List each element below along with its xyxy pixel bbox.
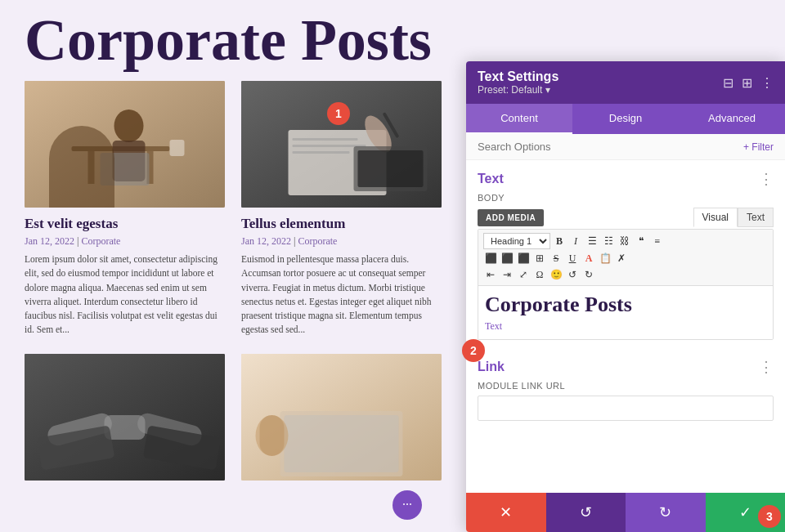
editor-top-row: ADD MEDIA Visual Text xyxy=(478,208,774,227)
post-date-2: Jan 12, 2022 | Corporate xyxy=(241,235,442,248)
paste-icon[interactable]: 📋 xyxy=(598,251,612,266)
ordered-list-icon[interactable]: ☷ xyxy=(601,234,616,248)
cancel-icon: ✕ xyxy=(500,503,512,521)
text-section-menu[interactable]: ⋮ xyxy=(759,170,774,188)
main-content: Corporate Posts xyxy=(0,0,466,532)
table-icon[interactable]: ⊞ xyxy=(532,251,547,266)
svg-rect-8 xyxy=(170,140,185,156)
fullscreen-icon[interactable]: ⤢ xyxy=(516,267,531,282)
post-image-3 xyxy=(25,354,225,481)
editor-heading: Corporate Posts xyxy=(485,293,766,317)
badge-1: 1 xyxy=(327,102,350,125)
search-bar: + Filter xyxy=(466,134,785,160)
link-icon[interactable]: ⛓ xyxy=(617,234,632,248)
post-image-2 xyxy=(241,81,442,208)
svg-rect-7 xyxy=(101,153,150,186)
redo-button[interactable]: ↻ xyxy=(626,493,706,532)
toolbar-row-2: ⬛ ⬛ ⬛ ⊞ S U A 📋 ✗ xyxy=(483,251,768,266)
dots-icon: ··· xyxy=(402,498,412,512)
panel-actions: ✕ ↺ ↻ ✓ xyxy=(466,493,785,532)
floating-dots-button[interactable]: ··· xyxy=(392,490,422,520)
module-link-label: Module Link URL xyxy=(478,381,774,391)
blockquote-icon[interactable]: ❝ xyxy=(634,234,648,248)
search-input[interactable] xyxy=(478,141,743,153)
svg-rect-12 xyxy=(293,138,358,141)
view-tabs: Visual Text xyxy=(693,208,774,227)
save-icon: ✓ xyxy=(739,503,751,521)
list-item xyxy=(241,354,442,481)
panel-body: Text ⋮ Body ADD MEDIA Visual Text Headin… xyxy=(466,160,785,532)
minimize-icon[interactable]: ⊟ xyxy=(723,75,733,91)
panel-header-icons: ⊟ ⊞ ⋮ xyxy=(723,75,774,91)
toolbar-row-3: ⇤ ⇥ ⤢ Ω 🙂 ↺ ↻ xyxy=(483,267,768,282)
maximize-icon[interactable]: ⊞ xyxy=(742,75,752,91)
tab-visual[interactable]: Visual xyxy=(693,208,738,227)
editor-area: Heading 1 Heading 2 Heading 3 Paragraph … xyxy=(478,229,774,340)
svg-rect-18 xyxy=(358,150,424,187)
link-section-header: Link ⋮ xyxy=(478,348,774,381)
indent-left-icon[interactable]: ⇤ xyxy=(483,267,498,282)
color-icon[interactable]: A xyxy=(581,251,596,266)
redo-icon: ↻ xyxy=(659,503,671,521)
text-section-header: Text ⋮ xyxy=(478,160,774,193)
bold-icon[interactable]: B xyxy=(552,234,567,248)
align-right-icon[interactable]: ⬛ xyxy=(516,251,531,266)
align-icon[interactable]: ≡ xyxy=(650,234,665,248)
svg-rect-14 xyxy=(293,151,350,154)
panel-preset: Preset: Default ▾ xyxy=(478,84,558,96)
underline-icon[interactable]: U xyxy=(565,251,580,266)
svg-rect-31 xyxy=(260,415,285,456)
filter-button[interactable]: + Filter xyxy=(743,141,774,153)
undo-editor-icon[interactable]: ↺ xyxy=(565,267,580,282)
align-left-icon[interactable]: ⬛ xyxy=(483,251,498,266)
list-item: Est velit egestas Jan 12, 2022 | Corpora… xyxy=(25,81,225,338)
posts-grid: Est velit egestas Jan 12, 2022 | Corpora… xyxy=(0,81,466,481)
more-icon[interactable]: ⋮ xyxy=(760,75,774,91)
body-field-label: Body xyxy=(478,193,774,203)
redo-editor-icon[interactable]: ↻ xyxy=(581,267,596,282)
post-title-1: Est velit egestas xyxy=(25,216,225,232)
add-media-button[interactable]: ADD MEDIA xyxy=(478,209,544,226)
editor-content[interactable]: Corporate Posts Text xyxy=(478,286,773,339)
cancel-button[interactable]: ✕ xyxy=(466,493,546,532)
align-center-icon[interactable]: ⬛ xyxy=(500,251,514,266)
unordered-list-icon[interactable]: ☰ xyxy=(585,234,599,248)
panel-header-left: Text Settings Preset: Default ▾ xyxy=(478,69,558,96)
heading-select[interactable]: Heading 1 Heading 2 Heading 3 Paragraph xyxy=(483,233,550,249)
panel-title: Text Settings xyxy=(478,69,558,84)
editor-toolbar: Heading 1 Heading 2 Heading 3 Paragraph … xyxy=(478,230,773,286)
tab-advanced[interactable]: Advanced xyxy=(679,104,785,134)
post-excerpt-1: Lorem ipsum dolor sit amet, consectetur … xyxy=(25,253,225,338)
editor-body-text: Text xyxy=(485,320,766,333)
svg-point-5 xyxy=(114,110,144,142)
special-char-icon[interactable]: Ω xyxy=(532,267,547,282)
post-title-2: Tellus elementum xyxy=(241,216,442,232)
badge-3: 3 xyxy=(758,505,781,528)
clear-icon[interactable]: ✗ xyxy=(614,251,629,266)
post-image-1 xyxy=(25,81,225,208)
settings-panel: Text Settings Preset: Default ▾ ⊟ ⊞ ⋮ Co… xyxy=(466,61,785,532)
post-excerpt-2: Euismod in pellentesque massa placera du… xyxy=(241,253,442,338)
post-image-4 xyxy=(241,354,442,481)
emoji-icon[interactable]: 🙂 xyxy=(549,267,563,282)
list-item xyxy=(25,354,225,481)
link-section-menu[interactable]: ⋮ xyxy=(759,358,774,376)
link-section-title: Link xyxy=(478,360,505,374)
post-date-1: Jan 12, 2022 | Corporate xyxy=(25,235,225,248)
module-link-input[interactable] xyxy=(478,396,774,421)
badge-2: 2 xyxy=(462,339,485,362)
strikethrough-icon[interactable]: S xyxy=(549,251,563,266)
panel-header: Text Settings Preset: Default ▾ ⊟ ⊞ ⋮ xyxy=(466,61,785,104)
text-section-title: Text xyxy=(478,172,504,186)
tab-design[interactable]: Design xyxy=(572,104,679,134)
italic-icon[interactable]: I xyxy=(568,234,583,248)
indent-right-icon[interactable]: ⇥ xyxy=(500,267,514,282)
undo-button[interactable]: ↺ xyxy=(546,493,626,532)
tab-content[interactable]: Content xyxy=(466,104,572,134)
svg-rect-3 xyxy=(88,151,95,184)
toolbar-row-1: Heading 1 Heading 2 Heading 3 Paragraph … xyxy=(483,233,768,249)
page-title: Corporate Posts xyxy=(0,0,466,81)
panel-tabs: Content Design Advanced xyxy=(466,104,785,134)
tab-text[interactable]: Text xyxy=(738,208,774,227)
undo-icon: ↺ xyxy=(580,503,592,521)
